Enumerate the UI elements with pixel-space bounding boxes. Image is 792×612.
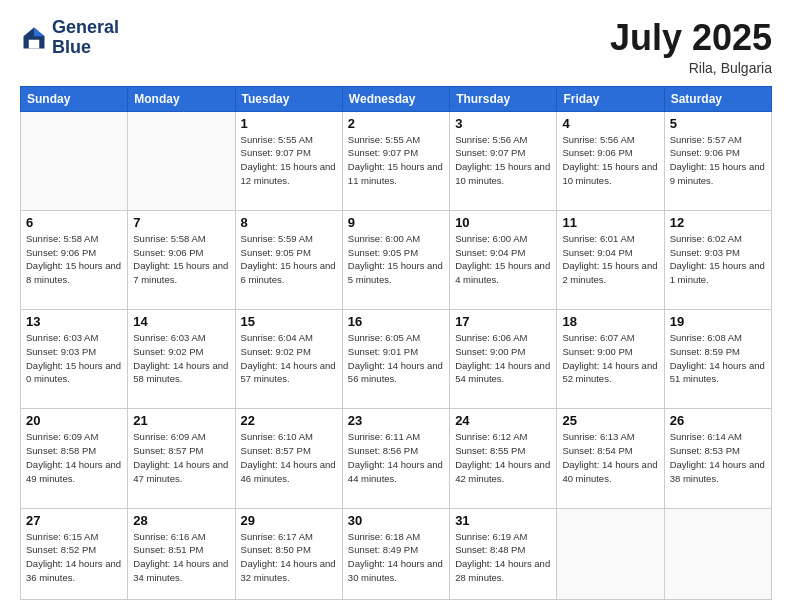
day-info: Sunrise: 6:08 AM Sunset: 8:59 PM Dayligh…	[670, 331, 766, 386]
day-cell: 21Sunrise: 6:09 AM Sunset: 8:57 PM Dayli…	[128, 409, 235, 508]
day-cell: 19Sunrise: 6:08 AM Sunset: 8:59 PM Dayli…	[664, 310, 771, 409]
day-info: Sunrise: 6:03 AM Sunset: 9:03 PM Dayligh…	[26, 331, 122, 386]
week-row-5: 27Sunrise: 6:15 AM Sunset: 8:52 PM Dayli…	[21, 508, 772, 599]
day-info: Sunrise: 5:57 AM Sunset: 9:06 PM Dayligh…	[670, 133, 766, 188]
day-number: 22	[241, 413, 337, 428]
week-row-2: 6Sunrise: 5:58 AM Sunset: 9:06 PM Daylig…	[21, 210, 772, 309]
svg-marker-1	[34, 27, 45, 36]
day-cell: 30Sunrise: 6:18 AM Sunset: 8:49 PM Dayli…	[342, 508, 449, 599]
day-number: 19	[670, 314, 766, 329]
day-cell: 20Sunrise: 6:09 AM Sunset: 8:58 PM Dayli…	[21, 409, 128, 508]
day-info: Sunrise: 6:00 AM Sunset: 9:05 PM Dayligh…	[348, 232, 444, 287]
day-info: Sunrise: 5:55 AM Sunset: 9:07 PM Dayligh…	[241, 133, 337, 188]
day-cell: 8Sunrise: 5:59 AM Sunset: 9:05 PM Daylig…	[235, 210, 342, 309]
day-cell: 7Sunrise: 5:58 AM Sunset: 9:06 PM Daylig…	[128, 210, 235, 309]
day-info: Sunrise: 6:09 AM Sunset: 8:57 PM Dayligh…	[133, 430, 229, 485]
day-info: Sunrise: 6:02 AM Sunset: 9:03 PM Dayligh…	[670, 232, 766, 287]
weekday-header-sunday: Sunday	[21, 86, 128, 111]
day-number: 14	[133, 314, 229, 329]
logo-line2: Blue	[52, 38, 119, 58]
day-cell	[21, 111, 128, 210]
day-number: 12	[670, 215, 766, 230]
day-cell: 31Sunrise: 6:19 AM Sunset: 8:48 PM Dayli…	[450, 508, 557, 599]
day-number: 26	[670, 413, 766, 428]
day-info: Sunrise: 6:14 AM Sunset: 8:53 PM Dayligh…	[670, 430, 766, 485]
day-cell: 4Sunrise: 5:56 AM Sunset: 9:06 PM Daylig…	[557, 111, 664, 210]
weekday-header-tuesday: Tuesday	[235, 86, 342, 111]
day-info: Sunrise: 6:06 AM Sunset: 9:00 PM Dayligh…	[455, 331, 551, 386]
weekday-header-monday: Monday	[128, 86, 235, 111]
day-number: 7	[133, 215, 229, 230]
day-cell: 16Sunrise: 6:05 AM Sunset: 9:01 PM Dayli…	[342, 310, 449, 409]
day-info: Sunrise: 6:07 AM Sunset: 9:00 PM Dayligh…	[562, 331, 658, 386]
day-cell	[557, 508, 664, 599]
day-cell: 27Sunrise: 6:15 AM Sunset: 8:52 PM Dayli…	[21, 508, 128, 599]
day-number: 21	[133, 413, 229, 428]
weekday-header-friday: Friday	[557, 86, 664, 111]
day-number: 3	[455, 116, 551, 131]
day-info: Sunrise: 6:19 AM Sunset: 8:48 PM Dayligh…	[455, 530, 551, 585]
day-info: Sunrise: 5:59 AM Sunset: 9:05 PM Dayligh…	[241, 232, 337, 287]
day-cell: 13Sunrise: 6:03 AM Sunset: 9:03 PM Dayli…	[21, 310, 128, 409]
day-cell: 14Sunrise: 6:03 AM Sunset: 9:02 PM Dayli…	[128, 310, 235, 409]
day-number: 24	[455, 413, 551, 428]
day-info: Sunrise: 6:17 AM Sunset: 8:50 PM Dayligh…	[241, 530, 337, 585]
day-number: 17	[455, 314, 551, 329]
day-info: Sunrise: 6:00 AM Sunset: 9:04 PM Dayligh…	[455, 232, 551, 287]
day-info: Sunrise: 5:56 AM Sunset: 9:07 PM Dayligh…	[455, 133, 551, 188]
calendar-body: 1Sunrise: 5:55 AM Sunset: 9:07 PM Daylig…	[21, 111, 772, 599]
day-info: Sunrise: 6:09 AM Sunset: 8:58 PM Dayligh…	[26, 430, 122, 485]
day-info: Sunrise: 6:15 AM Sunset: 8:52 PM Dayligh…	[26, 530, 122, 585]
week-row-1: 1Sunrise: 5:55 AM Sunset: 9:07 PM Daylig…	[21, 111, 772, 210]
day-info: Sunrise: 5:58 AM Sunset: 9:06 PM Dayligh…	[26, 232, 122, 287]
day-cell: 22Sunrise: 6:10 AM Sunset: 8:57 PM Dayli…	[235, 409, 342, 508]
day-info: Sunrise: 6:11 AM Sunset: 8:56 PM Dayligh…	[348, 430, 444, 485]
day-number: 27	[26, 513, 122, 528]
svg-rect-2	[29, 40, 40, 49]
day-info: Sunrise: 6:10 AM Sunset: 8:57 PM Dayligh…	[241, 430, 337, 485]
logo-line1: General	[52, 18, 119, 38]
day-number: 10	[455, 215, 551, 230]
day-number: 6	[26, 215, 122, 230]
title-block: July 2025 Rila, Bulgaria	[610, 18, 772, 76]
day-cell	[664, 508, 771, 599]
day-number: 31	[455, 513, 551, 528]
logo: General Blue	[20, 18, 119, 58]
day-cell: 5Sunrise: 5:57 AM Sunset: 9:06 PM Daylig…	[664, 111, 771, 210]
day-cell: 12Sunrise: 6:02 AM Sunset: 9:03 PM Dayli…	[664, 210, 771, 309]
week-row-3: 13Sunrise: 6:03 AM Sunset: 9:03 PM Dayli…	[21, 310, 772, 409]
day-number: 8	[241, 215, 337, 230]
month-title: July 2025	[610, 18, 772, 58]
weekday-header-thursday: Thursday	[450, 86, 557, 111]
day-info: Sunrise: 6:01 AM Sunset: 9:04 PM Dayligh…	[562, 232, 658, 287]
location: Rila, Bulgaria	[610, 60, 772, 76]
day-info: Sunrise: 6:05 AM Sunset: 9:01 PM Dayligh…	[348, 331, 444, 386]
day-number: 15	[241, 314, 337, 329]
header: General Blue July 2025 Rila, Bulgaria	[20, 18, 772, 76]
day-number: 13	[26, 314, 122, 329]
week-row-4: 20Sunrise: 6:09 AM Sunset: 8:58 PM Dayli…	[21, 409, 772, 508]
day-info: Sunrise: 6:03 AM Sunset: 9:02 PM Dayligh…	[133, 331, 229, 386]
day-number: 9	[348, 215, 444, 230]
day-info: Sunrise: 5:58 AM Sunset: 9:06 PM Dayligh…	[133, 232, 229, 287]
day-info: Sunrise: 5:55 AM Sunset: 9:07 PM Dayligh…	[348, 133, 444, 188]
day-number: 4	[562, 116, 658, 131]
day-cell: 10Sunrise: 6:00 AM Sunset: 9:04 PM Dayli…	[450, 210, 557, 309]
day-cell: 3Sunrise: 5:56 AM Sunset: 9:07 PM Daylig…	[450, 111, 557, 210]
day-info: Sunrise: 6:13 AM Sunset: 8:54 PM Dayligh…	[562, 430, 658, 485]
day-cell: 29Sunrise: 6:17 AM Sunset: 8:50 PM Dayli…	[235, 508, 342, 599]
day-number: 29	[241, 513, 337, 528]
day-number: 1	[241, 116, 337, 131]
logo-icon	[20, 24, 48, 52]
day-number: 25	[562, 413, 658, 428]
day-number: 11	[562, 215, 658, 230]
weekday-header-saturday: Saturday	[664, 86, 771, 111]
day-cell: 15Sunrise: 6:04 AM Sunset: 9:02 PM Dayli…	[235, 310, 342, 409]
day-cell: 1Sunrise: 5:55 AM Sunset: 9:07 PM Daylig…	[235, 111, 342, 210]
day-cell: 28Sunrise: 6:16 AM Sunset: 8:51 PM Dayli…	[128, 508, 235, 599]
day-info: Sunrise: 5:56 AM Sunset: 9:06 PM Dayligh…	[562, 133, 658, 188]
day-number: 16	[348, 314, 444, 329]
day-number: 2	[348, 116, 444, 131]
day-cell: 11Sunrise: 6:01 AM Sunset: 9:04 PM Dayli…	[557, 210, 664, 309]
day-number: 23	[348, 413, 444, 428]
